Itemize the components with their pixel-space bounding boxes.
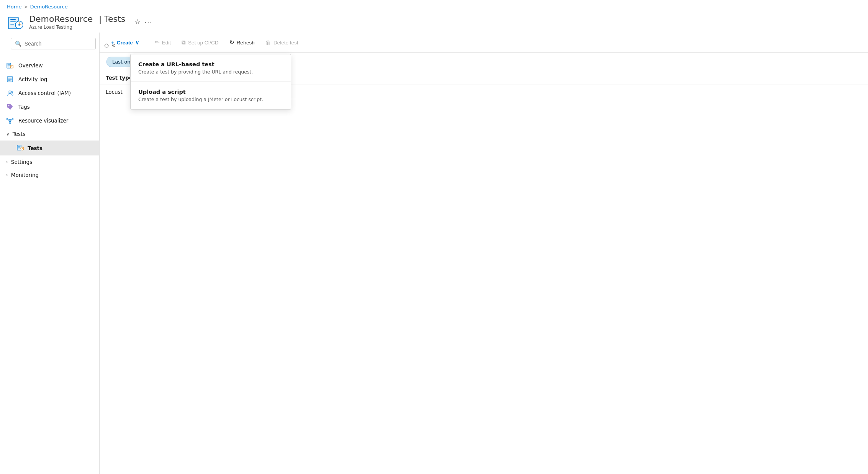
sidebar-section-tests-label: Tests bbox=[13, 131, 26, 137]
sidebar-item-resource-visualizer[interactable]: Resource visualizer bbox=[0, 114, 99, 127]
setup-cicd-label: Set up CI/CD bbox=[188, 40, 219, 46]
sidebar-section-tests[interactable]: ∨ Tests bbox=[0, 127, 99, 141]
create-dropdown: Create a URL-based test Create a test by… bbox=[130, 54, 291, 110]
settings-chevron-icon: › bbox=[6, 159, 8, 165]
sidebar-item-resource-visualizer-label: Resource visualizer bbox=[18, 118, 68, 124]
body-area: 🔍 ◇ « Overview bbox=[0, 33, 868, 474]
access-control-icon bbox=[6, 90, 14, 96]
svg-point-13 bbox=[9, 123, 11, 124]
tags-icon bbox=[6, 103, 14, 110]
edit-label: Edit bbox=[162, 40, 171, 46]
breadcrumb: Home > DemoResource bbox=[0, 0, 868, 12]
dropdown-item-url-based[interactable]: Create a URL-based test Create a test by… bbox=[131, 54, 291, 82]
sidebar-item-overview-label: Overview bbox=[18, 62, 43, 69]
page-header: DemoResource | Tests Azure Load Testing … bbox=[0, 12, 868, 33]
refresh-label: Refresh bbox=[237, 40, 255, 46]
svg-point-3 bbox=[18, 24, 20, 26]
create-chevron-icon: ∨ bbox=[135, 39, 139, 46]
favorite-button[interactable]: ☆ bbox=[134, 18, 141, 26]
url-based-title: Create a URL-based test bbox=[138, 61, 283, 67]
edit-button[interactable]: ✏ Edit bbox=[150, 36, 175, 49]
page-title: DemoResource | Tests bbox=[29, 14, 125, 24]
sidebar-item-activity-log-label: Activity log bbox=[18, 76, 47, 82]
header-actions: ☆ ··· bbox=[134, 18, 152, 26]
sidebar-item-tags-label: Tags bbox=[18, 104, 30, 110]
search-icon: 🔍 bbox=[15, 41, 21, 47]
sidebar-section-settings[interactable]: › Settings bbox=[0, 155, 99, 168]
sidebar-section-monitoring-label: Monitoring bbox=[11, 172, 39, 178]
sidebar-item-tests[interactable]: Tests bbox=[0, 141, 99, 155]
upload-script-title: Upload a script bbox=[138, 89, 283, 95]
delete-test-button[interactable]: 🗑 Delete test bbox=[261, 37, 303, 49]
sidebar-section-settings-label: Settings bbox=[11, 159, 32, 165]
overview-icon bbox=[6, 62, 14, 69]
create-button[interactable]: + Create ∨ bbox=[106, 37, 144, 49]
sidebar-item-access-control-label: Access control (IAM) bbox=[18, 90, 71, 96]
edit-icon: ✏ bbox=[155, 39, 160, 46]
breadcrumb-separator: > bbox=[24, 4, 28, 10]
svg-point-11 bbox=[7, 118, 8, 120]
svg-point-8 bbox=[11, 91, 13, 93]
svg-point-10 bbox=[9, 119, 11, 122]
resource-name: DemoResource bbox=[29, 14, 93, 24]
resource-visualizer-icon bbox=[6, 117, 14, 124]
sidebar-item-tests-label: Tests bbox=[28, 145, 43, 151]
sidebar-item-access-control[interactable]: Access control (IAM) bbox=[0, 86, 99, 100]
url-based-desc: Create a test by providing the URL and r… bbox=[138, 69, 283, 75]
svg-point-7 bbox=[9, 91, 11, 93]
delete-label: Delete test bbox=[274, 40, 298, 46]
page-title-area: DemoResource | Tests Azure Load Testing bbox=[29, 14, 125, 30]
dropdown-item-upload-script[interactable]: Upload a script Create a test by uploadi… bbox=[131, 82, 291, 109]
more-options-button[interactable]: ··· bbox=[144, 18, 152, 26]
search-bar[interactable]: 🔍 bbox=[11, 38, 96, 49]
tests-chevron-icon: ∨ bbox=[6, 131, 10, 137]
monitoring-chevron-icon: › bbox=[6, 172, 8, 178]
upload-script-desc: Create a test by uploading a JMeter or L… bbox=[138, 96, 283, 102]
cicd-icon: ⧉ bbox=[182, 39, 186, 46]
tests-sub-icon bbox=[17, 144, 24, 152]
sidebar-item-activity-log[interactable]: Activity log bbox=[0, 72, 99, 86]
azure-load-testing-icon bbox=[8, 14, 23, 29]
toolbar: + Create ∨ ✏ Edit ⧉ Set up CI/CD ↻ Refre… bbox=[100, 33, 868, 53]
sidebar-item-tags[interactable]: Tags bbox=[0, 100, 99, 114]
page-subtitle: Azure Load Testing bbox=[29, 25, 125, 30]
search-input[interactable] bbox=[25, 41, 92, 47]
refresh-button[interactable]: ↻ Refresh bbox=[225, 36, 259, 49]
breadcrumb-home[interactable]: Home bbox=[7, 4, 21, 10]
create-label: Create bbox=[117, 40, 133, 46]
page-icon bbox=[7, 13, 24, 30]
delete-icon: 🗑 bbox=[265, 39, 271, 46]
breadcrumb-current[interactable]: DemoResource bbox=[30, 4, 67, 10]
svg-point-12 bbox=[12, 118, 13, 120]
create-plus-icon: + bbox=[111, 39, 115, 46]
activity-log-icon bbox=[6, 76, 14, 83]
sidebar-section-monitoring[interactable]: › Monitoring bbox=[0, 168, 99, 181]
toolbar-divider-1 bbox=[147, 38, 147, 47]
svg-point-9 bbox=[8, 105, 10, 106]
page-section-label: | Tests bbox=[99, 14, 125, 24]
sidebar-item-overview[interactable]: Overview bbox=[0, 59, 99, 72]
app-layout: Home > DemoResource DemoResource | Tests… bbox=[0, 0, 868, 474]
refresh-icon: ↻ bbox=[229, 39, 234, 46]
setup-cicd-button[interactable]: ⧉ Set up CI/CD bbox=[177, 36, 223, 49]
sidebar: 🔍 ◇ « Overview bbox=[0, 33, 100, 474]
main-content: + Create ∨ ✏ Edit ⧉ Set up CI/CD ↻ Refre… bbox=[100, 33, 868, 474]
